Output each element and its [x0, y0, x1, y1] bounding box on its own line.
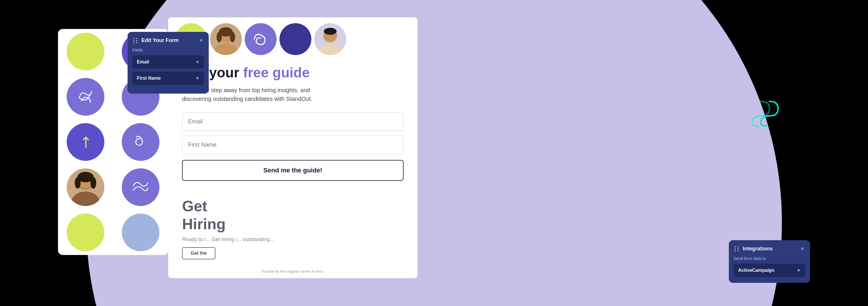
integrations-body: Send form data to ActiveCampaign ▼	[729, 256, 810, 283]
circle-arrow: ↗	[67, 123, 104, 161]
avatar-man	[314, 23, 346, 55]
squiggle-svg-2	[130, 132, 151, 152]
avatar-purple-dark	[279, 23, 311, 55]
firstname-chevron-icon: ▼	[195, 76, 199, 80]
email-chevron-icon: ▼	[195, 60, 199, 64]
integration-dropdown[interactable]: ActiveCampaign ▼	[734, 264, 805, 277]
avatar-purple-swirl	[245, 23, 277, 55]
circle-purple-wavy	[122, 168, 159, 206]
bg-page-title: Get Hiring	[182, 197, 404, 233]
avatar-woman-svg	[210, 23, 242, 55]
cell-squiggle-2	[113, 120, 168, 165]
svg-point-1	[71, 192, 100, 206]
send-form-label: Send form data to	[734, 256, 805, 261]
svg-point-9	[230, 32, 235, 42]
bg-title-2: Hiring	[182, 215, 225, 232]
cell-purple-wavy	[113, 165, 168, 210]
svg-point-4	[75, 177, 81, 189]
int-drag-dots-icon	[735, 246, 739, 251]
bg-page-subtitle: Ready to r... Get hiring i... outstandin…	[182, 236, 404, 242]
integrations-close-button[interactable]: ×	[801, 245, 804, 252]
svg-point-10	[214, 43, 238, 55]
integration-value: ActiveCampaign	[738, 268, 774, 273]
center-headline: Get your free guide	[182, 64, 404, 81]
squiggle-svg-1	[75, 87, 96, 107]
bg-page-content: Get Hiring Ready to r... Get hiring i...…	[168, 190, 417, 267]
firstname-input[interactable]	[182, 136, 404, 154]
cell-yellow-1	[58, 29, 113, 74]
drag-dots-icon	[133, 38, 138, 43]
modal-header: Edit Your Form ×	[128, 32, 209, 48]
bg-cta-button[interactable]: Get the	[182, 247, 215, 259]
email-field-selector[interactable]: Email ▼	[132, 55, 204, 69]
circle-yellow-2	[67, 213, 104, 251]
cell-squiggle-1	[58, 74, 113, 120]
firstname-field-label: First Name	[137, 76, 161, 81]
circle-squiggle-1	[67, 78, 104, 115]
svg-point-8	[217, 32, 222, 42]
integrations-title: Integrations	[743, 246, 773, 252]
modal-body: Fields Email ▼ First Name ▼	[128, 48, 209, 94]
right-squiggle-svg	[752, 99, 787, 128]
avatar-woman	[210, 23, 242, 55]
svg-point-5	[90, 177, 96, 189]
circle-yellow	[67, 33, 104, 70]
trusted-text: Trusted by the biggest names in tech.	[168, 266, 417, 276]
arrow-icon: ↗	[75, 131, 96, 153]
integration-chevron-icon: ▼	[797, 268, 801, 273]
headline-accent: free guide	[243, 65, 310, 80]
circle-squiggle-2	[122, 123, 159, 161]
modal-header-left: Edit Your Form	[133, 37, 179, 43]
submit-button[interactable]: Send me the guide!	[182, 160, 404, 181]
cell-arrow: ↗	[58, 120, 113, 165]
avatar-man-svg	[314, 23, 346, 55]
cell-blue-light	[113, 210, 168, 255]
svg-point-12	[324, 28, 337, 35]
cell-yellow-2	[58, 210, 113, 255]
woman-avatar-svg	[67, 168, 104, 206]
fields-label: Fields	[132, 48, 204, 53]
wavy-svg	[130, 177, 151, 197]
modal-title: Edit Your Form	[142, 37, 179, 43]
cell-photo-woman	[58, 165, 113, 210]
integrations-modal: Integrations × Send form data to ActiveC…	[729, 240, 810, 283]
swirl-svg	[249, 28, 272, 51]
bg-title-1: Get	[182, 198, 207, 214]
circle-photo-woman	[67, 168, 104, 206]
integrations-header: Integrations ×	[729, 240, 810, 256]
int-header-left: Integrations	[735, 246, 773, 252]
firstname-field-selector[interactable]: First Name ▼	[132, 72, 204, 85]
edit-form-modal: Edit Your Form × Fields Email ▼ First Na…	[128, 32, 209, 94]
modal-close-button[interactable]: ×	[199, 37, 203, 44]
right-squiggle-decoration	[752, 99, 787, 129]
circle-blue-light	[122, 213, 159, 251]
email-field-label: Email	[137, 59, 149, 65]
email-input[interactable]	[182, 112, 404, 131]
svg-point-13	[318, 43, 342, 55]
